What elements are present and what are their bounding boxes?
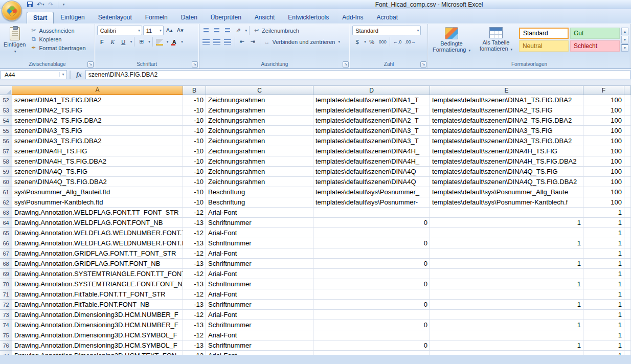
cell-D74[interactable]: 0 bbox=[313, 320, 430, 330]
cell-D70[interactable]: 0 bbox=[313, 279, 430, 289]
cell-C56[interactable]: Zeichnungsrahmen bbox=[206, 136, 313, 146]
cell-D56[interactable]: templates\default\szenen\DINA3_T bbox=[313, 136, 430, 146]
increase-decimal-button[interactable]: ←.0 bbox=[392, 37, 403, 47]
cell-B70[interactable]: -13 bbox=[183, 279, 206, 289]
cell-D68[interactable]: 0 bbox=[313, 259, 430, 269]
redo-button[interactable]: ↷ bbox=[47, 1, 55, 9]
cell-F55[interactable]: 100 bbox=[583, 126, 624, 136]
cell-B61[interactable]: -10 bbox=[183, 187, 206, 197]
row-header-68[interactable]: 68 bbox=[0, 259, 12, 269]
percent-style-button[interactable]: % bbox=[367, 37, 377, 47]
shrink-font-button[interactable]: A▾ bbox=[175, 26, 185, 35]
increase-indent-button[interactable]: ⇥ bbox=[248, 37, 258, 47]
row-header-53[interactable]: 53 bbox=[0, 105, 12, 116]
cell-E70[interactable]: 1 bbox=[430, 279, 583, 289]
cell-C66[interactable]: Schriftnummer bbox=[206, 238, 313, 248]
column-header-A[interactable]: A bbox=[12, 86, 183, 95]
cell-D73[interactable] bbox=[313, 310, 430, 320]
cell-A72[interactable]: Drawing.Annotation.FitTable.FONT.FONT_NB bbox=[12, 300, 183, 310]
cell-E68[interactable]: 1 bbox=[430, 259, 583, 269]
row-header-55[interactable]: 55 bbox=[0, 126, 12, 136]
cell-A55[interactable]: szenen\DINA3_TS.FIG bbox=[12, 126, 183, 136]
style-chip-schlecht[interactable]: Schlecht bbox=[570, 40, 620, 52]
cell-C58[interactable]: Zeichnungsrahmen bbox=[206, 156, 313, 167]
cell-C67[interactable]: Arial-Font bbox=[206, 248, 313, 259]
row-header-57[interactable]: 57 bbox=[0, 146, 12, 156]
cell-B54[interactable]: -10 bbox=[183, 116, 206, 126]
cell-D65[interactable] bbox=[313, 228, 430, 238]
cell-F71[interactable]: 1 bbox=[583, 289, 624, 300]
cell-E74[interactable]: 1 bbox=[430, 320, 583, 330]
cell-C68[interactable]: Schriftnummer bbox=[206, 259, 313, 269]
cell-B64[interactable]: -13 bbox=[183, 218, 206, 228]
cell-A73[interactable]: Drawing.Annotation.Dimensioning3D.HCM.NU… bbox=[12, 310, 183, 320]
cell-F59[interactable]: 100 bbox=[583, 167, 624, 177]
gallery-down-button[interactable]: ▾ bbox=[621, 36, 628, 43]
underline-button[interactable]: U bbox=[119, 37, 128, 47]
cell-A62[interactable]: sys\Posnummer-Kantblech.ftd bbox=[12, 197, 183, 208]
cell-A63[interactable]: Drawing.Annotation.WELDFLAG.FONT.TT_FONT… bbox=[12, 208, 183, 218]
cell-C52[interactable]: Zeichnungsrahmen bbox=[206, 95, 313, 105]
copy-button[interactable]: ⧉ Kopieren bbox=[29, 35, 87, 43]
cell-E75[interactable] bbox=[430, 330, 583, 340]
cell-D52[interactable]: templates\default\szenen\DINA1_T bbox=[313, 95, 430, 105]
cell-B76[interactable]: -13 bbox=[183, 340, 206, 351]
cell-C73[interactable]: Arial-Font bbox=[206, 310, 313, 320]
cell-F63[interactable]: 1 bbox=[583, 208, 624, 218]
row-header-72[interactable]: 72 bbox=[0, 300, 12, 310]
column-header-E[interactable]: E bbox=[430, 86, 583, 95]
number-format-select[interactable]: Standard ▾ bbox=[352, 26, 421, 35]
row-header-74[interactable]: 74 bbox=[0, 320, 12, 330]
bold-button[interactable]: F bbox=[97, 37, 107, 47]
cell-A60[interactable]: szenen\DINA4Q_TS.FIG.DBA2 bbox=[12, 177, 183, 187]
cell-E67[interactable] bbox=[430, 248, 583, 259]
cell-F65[interactable]: 1 bbox=[583, 228, 624, 238]
cell-B72[interactable]: -13 bbox=[183, 300, 206, 310]
cell-C75[interactable]: Arial-Font bbox=[206, 330, 313, 340]
cell-C77[interactable]: Arial-Font bbox=[206, 351, 313, 355]
cell-E77[interactable] bbox=[430, 351, 583, 355]
cell-F62[interactable]: 100 bbox=[583, 197, 624, 208]
clipboard-dialog-launcher[interactable]: ↘ bbox=[87, 61, 94, 67]
row-header-63[interactable]: 63 bbox=[0, 208, 12, 218]
row-header-77[interactable]: 77 bbox=[0, 351, 12, 355]
number-dialog-launcher[interactable]: ↘ bbox=[420, 61, 426, 67]
cell-E56[interactable]: templates\default\szenen\DINA3_TS.FIG.DB… bbox=[430, 136, 583, 146]
cell-D66[interactable]: 0 bbox=[313, 238, 430, 248]
cell-C65[interactable]: Arial-Font bbox=[206, 228, 313, 238]
cell-A56[interactable]: szenen\DINA3_TS.FIG.DBA2 bbox=[12, 136, 183, 146]
conditional-formatting-button[interactable]: Bedingte Formatierung ▾ bbox=[430, 26, 473, 55]
align-right-button[interactable] bbox=[223, 37, 233, 47]
tab-daten[interactable]: Daten bbox=[174, 12, 204, 24]
cell-D60[interactable]: templates\default\szenen\DINA4Q bbox=[313, 177, 430, 187]
cell-A52[interactable]: szenen\DINA1_TS.FIG.DBA2 bbox=[12, 95, 183, 105]
cell-A74[interactable]: Drawing.Annotation.Dimensioning3D.HCM.NU… bbox=[12, 320, 183, 330]
cell-E57[interactable]: templates\default\szenen\DINA4H_TS.FIG bbox=[430, 146, 583, 156]
row-header-58[interactable]: 58 bbox=[0, 156, 12, 167]
font-name-select[interactable]: Calibri ▾ bbox=[97, 26, 142, 35]
cell-B58[interactable]: -10 bbox=[183, 156, 206, 167]
cell-F69[interactable]: 1 bbox=[583, 269, 624, 279]
cell-B75[interactable]: -12 bbox=[183, 330, 206, 340]
tab-ansicht[interactable]: Ansicht bbox=[248, 12, 281, 24]
cell-D62[interactable]: templates\default\sys\Posnummer- bbox=[313, 197, 430, 208]
cell-A76[interactable]: Drawing.Annotation.Dimensioning3D.HCM.SY… bbox=[12, 340, 183, 351]
row-header-60[interactable]: 60 bbox=[0, 177, 12, 187]
cell-A54[interactable]: szenen\DINA2_TS.FIG.DBA2 bbox=[12, 116, 183, 126]
align-center-button[interactable] bbox=[212, 37, 222, 47]
cell-E63[interactable] bbox=[430, 208, 583, 218]
cell-E55[interactable]: templates\default\szenen\DINA3_TS.FIG bbox=[430, 126, 583, 136]
fill-color-button[interactable] bbox=[155, 37, 165, 47]
row-header-67[interactable]: 67 bbox=[0, 248, 12, 259]
row-header-56[interactable]: 56 bbox=[0, 136, 12, 146]
format-as-table-button[interactable]: Als Tabelle formatieren ▾ bbox=[475, 26, 517, 54]
cell-D55[interactable]: templates\default\szenen\DINA3_T bbox=[313, 126, 430, 136]
cell-F52[interactable]: 100 bbox=[583, 95, 624, 105]
cell-B69[interactable]: -12 bbox=[183, 269, 206, 279]
cell-C61[interactable]: Beschriftung bbox=[206, 187, 313, 197]
cell-F70[interactable]: 1 bbox=[583, 279, 624, 289]
cell-B74[interactable]: -13 bbox=[183, 320, 206, 330]
cell-E58[interactable]: templates\default\szenen\DINA4H_TS.FIG.D… bbox=[430, 156, 583, 167]
cell-E64[interactable]: 1 bbox=[430, 218, 583, 228]
cell-A59[interactable]: szenen\DINA4Q_TS.FIG bbox=[12, 167, 183, 177]
